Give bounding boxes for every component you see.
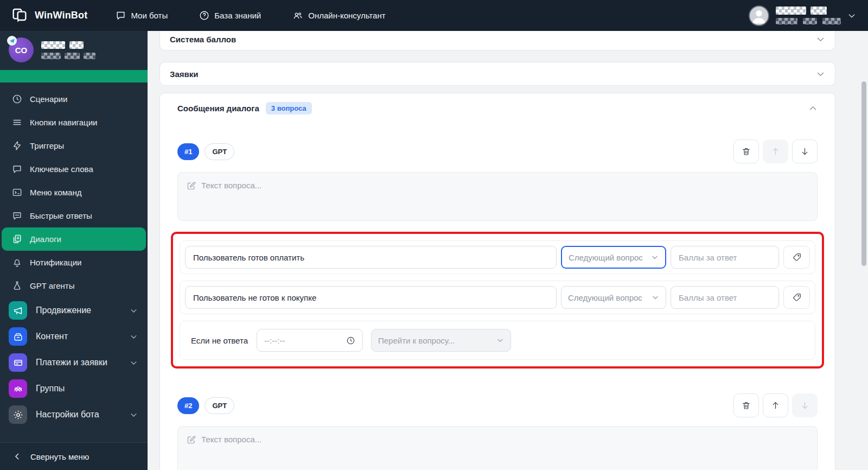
section-title: Заявки: [170, 69, 198, 79]
telegram-icon: [7, 36, 17, 46]
answer-row: Следующий вопрос: [180, 281, 815, 314]
sidebar-item-triggers[interactable]: Триггеры: [0, 134, 148, 157]
question-count-badge: 3 вопроса: [266, 102, 312, 115]
question-1-text-field[interactable]: Текст вопроса...: [177, 172, 818, 221]
next-question-label: Следующий вопрос: [568, 293, 642, 302]
next-question-select[interactable]: Следующий вопрос: [561, 246, 666, 269]
sidebar-item-label: Нотификации: [30, 258, 81, 267]
sidebar-group-groups[interactable]: Группы: [0, 376, 148, 402]
sidebar-group-label: Контент: [36, 332, 68, 341]
lightning-icon: [12, 141, 22, 151]
sidebar-group-label: Настройки бота: [36, 410, 99, 420]
sidebar-item-gpt-agents[interactable]: GPT агенты: [0, 274, 148, 297]
nav-label: Мои боты: [131, 11, 168, 20]
box-icon: [9, 327, 27, 346]
gpt-badge[interactable]: GPT: [205, 143, 234, 160]
chevron-up-icon[interactable]: [808, 104, 818, 113]
goto-question-select[interactable]: Перейти к вопросу...: [371, 329, 511, 352]
chevron-down-icon: [496, 336, 504, 344]
tag-button[interactable]: [783, 286, 810, 309]
speech-bubble-icon: [12, 164, 22, 174]
no-answer-label: Если не ответа: [191, 336, 248, 345]
question-1-actions: [733, 139, 818, 163]
sidebar-item-label: Сценарии: [30, 94, 67, 104]
credit-card-icon: [9, 353, 27, 372]
section-requests[interactable]: Заявки: [159, 62, 835, 86]
sidebar-item-keywords[interactable]: Ключевые слова: [0, 157, 148, 181]
answer-points-input[interactable]: [671, 286, 779, 309]
delete-question-button[interactable]: [733, 139, 759, 163]
chevron-down-icon: [652, 294, 659, 301]
brand-name: WinWinBot: [35, 10, 87, 21]
sidebar-item-nav-buttons[interactable]: Кнопки навигации: [0, 111, 148, 134]
sidebar-group-label: Группы: [36, 384, 65, 393]
tag-button[interactable]: [783, 246, 810, 269]
answer-text-input[interactable]: [185, 246, 557, 269]
answers-group-highlighted: Следующий вопрос Следующий вопрос: [171, 232, 824, 369]
sidebar-item-dialogs[interactable]: Диалоги: [2, 227, 146, 251]
question-2-text-field[interactable]: Текст вопроса...: [177, 426, 818, 470]
sidebar-item-quick-replies[interactable]: Быстрые ответы: [0, 204, 148, 227]
main-content: Система баллов Заявки Сообщения диалога …: [148, 31, 868, 470]
move-up-button[interactable]: [763, 393, 788, 417]
chevron-down-icon[interactable]: [816, 69, 825, 79]
sidebar-group-payments[interactable]: Платежи и заявки: [0, 350, 148, 376]
chevron-down-icon: [130, 359, 138, 367]
sidebar-menu: Сценарии Кнопки навигации Триггеры Ключе…: [0, 87, 148, 428]
sidebar-item-label: GPT агенты: [30, 281, 75, 290]
nav-label: Онлайн-консультант: [308, 11, 385, 20]
chevron-down-icon[interactable]: [816, 35, 825, 44]
gear-icon: [9, 405, 27, 424]
no-answer-time-input[interactable]: --:--:--: [257, 329, 363, 352]
question-2-actions: [733, 393, 818, 417]
next-question-select[interactable]: Следующий вопрос: [561, 286, 666, 309]
move-down-button: [792, 393, 818, 417]
nav-my-bots[interactable]: Мои боты: [116, 10, 168, 21]
sidebar-group-content[interactable]: Контент: [0, 323, 148, 350]
section-title: Система баллов: [170, 35, 236, 44]
answer-text-input[interactable]: [185, 286, 557, 309]
brand[interactable]: WinWinBot: [11, 7, 87, 24]
nav-knowledge-base[interactable]: База знаний: [199, 10, 261, 21]
chevron-down-icon: [130, 411, 138, 419]
sidebar-item-label: Триггеры: [30, 141, 64, 150]
quick-reply-icon: [12, 211, 22, 221]
chevron-down-icon: [847, 11, 856, 20]
sidebar-group-bot-settings[interactable]: Настройки бота: [0, 402, 148, 428]
bot-name-redacted: [41, 41, 95, 59]
user-name-redacted: [776, 7, 841, 24]
selected-bot-strip[interactable]: [0, 70, 148, 82]
bot-profile[interactable]: CO: [0, 31, 148, 68]
bot-avatar: CO: [9, 37, 34, 62]
answer-points-input[interactable]: [671, 246, 779, 269]
sidebar-item-label: Диалоги: [30, 234, 61, 244]
question-2-header: #2 GPT: [177, 393, 818, 417]
sidebar-group-promotion[interactable]: Продвижение: [0, 297, 148, 323]
help-circle-icon: [199, 10, 209, 21]
question-number-badge: #1: [177, 143, 199, 160]
next-question-label: Следующий вопрос: [569, 253, 643, 262]
sidebar-group-label: Платежи и заявки: [36, 358, 107, 367]
top-navigation: Мои боты База знаний Онлайн: [116, 10, 385, 21]
megaphone-icon: [9, 301, 27, 320]
nav-label: База знаний: [214, 11, 261, 20]
nav-online-consultant[interactable]: Онлайн-консультант: [292, 10, 385, 21]
collapse-menu-button[interactable]: Свернуть меню: [0, 442, 148, 470]
edit-pencil-icon: [187, 181, 196, 190]
delete-question-button[interactable]: [733, 393, 759, 417]
user-menu[interactable]: [749, 5, 856, 26]
move-down-button[interactable]: [792, 139, 818, 163]
sidebar-item-command-menu[interactable]: Меню команд: [0, 181, 148, 204]
gpt-badge[interactable]: GPT: [205, 397, 234, 414]
sidebar-item-notifications[interactable]: Нотификации: [0, 251, 148, 274]
question-number-badge: #2: [177, 397, 199, 414]
sidebar-item-label: Быстрые ответы: [30, 211, 92, 220]
sidebar-item-scenarios[interactable]: Сценарии: [0, 87, 148, 111]
question-placeholder: Текст вопроса...: [201, 181, 261, 190]
section-dialog-messages: Сообщения диалога 3 вопроса #1 GPT: [159, 93, 835, 470]
topbar: WinWinBot Мои боты База знаний: [0, 0, 868, 31]
clock-icon: [12, 94, 22, 104]
vertical-scrollbar[interactable]: [861, 81, 866, 266]
bell-icon: [12, 257, 22, 268]
no-answer-row: Если не ответа --:--:-- Перейти к вопрос…: [180, 321, 815, 360]
